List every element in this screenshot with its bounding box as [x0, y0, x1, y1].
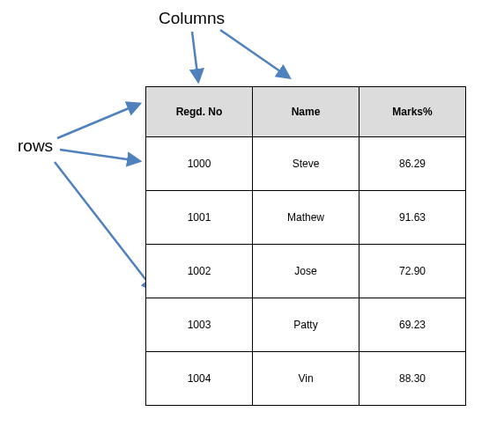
- cell-marks: 88.30: [359, 352, 466, 406]
- cell-marks: 72.90: [359, 245, 466, 298]
- rows-label: rows: [18, 136, 53, 156]
- cell-name: Jose: [253, 245, 359, 298]
- table-row: 1003 Patty 69.23: [146, 298, 466, 352]
- cell-regd: 1001: [146, 191, 253, 245]
- cell-regd: 1002: [146, 245, 253, 298]
- col-header-marks: Marks%: [359, 87, 466, 137]
- table-header-row: Regd. No Name Marks%: [146, 87, 466, 137]
- columns-label: Columns: [159, 9, 225, 28]
- arrow-rows-3-icon: [55, 162, 154, 290]
- cell-marks: 69.23: [359, 298, 466, 352]
- cell-marks: 91.63: [359, 191, 466, 245]
- data-table: Regd. No Name Marks% 1000 Steve 86.29 10…: [145, 86, 466, 406]
- table-row: 1004 Vin 88.30: [146, 352, 466, 406]
- cell-regd: 1004: [146, 352, 253, 406]
- cell-name: Patty: [253, 298, 359, 352]
- arrow-columns-1-icon: [192, 32, 198, 81]
- cell-name: Steve: [253, 137, 359, 191]
- table-row: 1001 Mathew 91.63: [146, 191, 466, 245]
- arrow-rows-2-icon: [60, 150, 139, 161]
- cell-regd: 1003: [146, 298, 253, 352]
- cell-regd: 1000: [146, 137, 253, 191]
- cell-name: Vin: [253, 352, 359, 406]
- table-row: 1002 Jose 72.90: [146, 245, 466, 298]
- arrow-rows-1-icon: [57, 104, 139, 138]
- cell-name: Mathew: [253, 191, 359, 245]
- cell-marks: 86.29: [359, 137, 466, 191]
- col-header-name: Name: [253, 87, 359, 137]
- arrow-columns-2-icon: [220, 30, 289, 77]
- col-header-regd: Regd. No: [146, 87, 253, 137]
- table-row: 1000 Steve 86.29: [146, 137, 466, 191]
